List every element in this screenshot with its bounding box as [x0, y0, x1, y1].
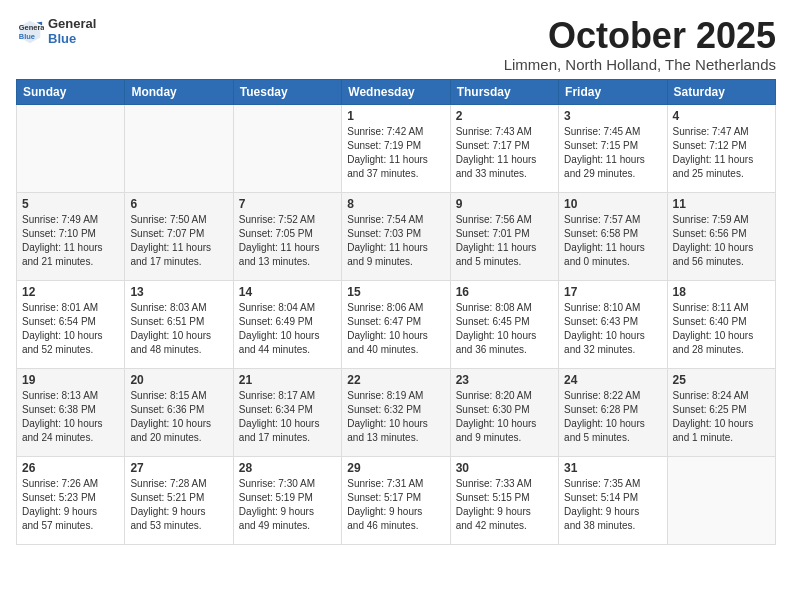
- day-number: 22: [347, 373, 444, 387]
- day-cell: 9Sunrise: 7:56 AM Sunset: 7:01 PM Daylig…: [450, 192, 558, 280]
- day-number: 6: [130, 197, 227, 211]
- day-number: 12: [22, 285, 119, 299]
- day-info: Sunrise: 8:19 AM Sunset: 6:32 PM Dayligh…: [347, 389, 444, 445]
- day-cell: 22Sunrise: 8:19 AM Sunset: 6:32 PM Dayli…: [342, 368, 450, 456]
- day-number: 28: [239, 461, 336, 475]
- day-number: 9: [456, 197, 553, 211]
- day-number: 1: [347, 109, 444, 123]
- day-number: 17: [564, 285, 661, 299]
- day-cell: 25Sunrise: 8:24 AM Sunset: 6:25 PM Dayli…: [667, 368, 775, 456]
- day-cell: 31Sunrise: 7:35 AM Sunset: 5:14 PM Dayli…: [559, 456, 667, 544]
- svg-text:Blue: Blue: [19, 32, 35, 41]
- day-number: 31: [564, 461, 661, 475]
- day-cell: 10Sunrise: 7:57 AM Sunset: 6:58 PM Dayli…: [559, 192, 667, 280]
- logo-icon: General Blue: [16, 17, 44, 45]
- day-cell: 14Sunrise: 8:04 AM Sunset: 6:49 PM Dayli…: [233, 280, 341, 368]
- day-info: Sunrise: 8:08 AM Sunset: 6:45 PM Dayligh…: [456, 301, 553, 357]
- day-number: 16: [456, 285, 553, 299]
- column-header-tuesday: Tuesday: [233, 79, 341, 104]
- day-cell: [17, 104, 125, 192]
- week-row-1: 1Sunrise: 7:42 AM Sunset: 7:19 PM Daylig…: [17, 104, 776, 192]
- day-info: Sunrise: 7:56 AM Sunset: 7:01 PM Dayligh…: [456, 213, 553, 269]
- day-number: 13: [130, 285, 227, 299]
- day-number: 5: [22, 197, 119, 211]
- day-info: Sunrise: 8:15 AM Sunset: 6:36 PM Dayligh…: [130, 389, 227, 445]
- day-number: 29: [347, 461, 444, 475]
- day-cell: 5Sunrise: 7:49 AM Sunset: 7:10 PM Daylig…: [17, 192, 125, 280]
- day-cell: 12Sunrise: 8:01 AM Sunset: 6:54 PM Dayli…: [17, 280, 125, 368]
- day-cell: 15Sunrise: 8:06 AM Sunset: 6:47 PM Dayli…: [342, 280, 450, 368]
- week-row-2: 5Sunrise: 7:49 AM Sunset: 7:10 PM Daylig…: [17, 192, 776, 280]
- day-cell: 27Sunrise: 7:28 AM Sunset: 5:21 PM Dayli…: [125, 456, 233, 544]
- day-cell: [125, 104, 233, 192]
- day-cell: 20Sunrise: 8:15 AM Sunset: 6:36 PM Dayli…: [125, 368, 233, 456]
- day-info: Sunrise: 7:35 AM Sunset: 5:14 PM Dayligh…: [564, 477, 661, 533]
- column-header-saturday: Saturday: [667, 79, 775, 104]
- month-title: October 2025: [504, 16, 776, 56]
- logo-blue-text: Blue: [48, 31, 96, 46]
- day-number: 3: [564, 109, 661, 123]
- day-number: 8: [347, 197, 444, 211]
- day-cell: 16Sunrise: 8:08 AM Sunset: 6:45 PM Dayli…: [450, 280, 558, 368]
- day-cell: 29Sunrise: 7:31 AM Sunset: 5:17 PM Dayli…: [342, 456, 450, 544]
- day-info: Sunrise: 7:50 AM Sunset: 7:07 PM Dayligh…: [130, 213, 227, 269]
- calendar-table: SundayMondayTuesdayWednesdayThursdayFrid…: [16, 79, 776, 545]
- day-cell: 2Sunrise: 7:43 AM Sunset: 7:17 PM Daylig…: [450, 104, 558, 192]
- logo: General Blue General Blue: [16, 16, 96, 46]
- logo-general-text: General: [48, 16, 96, 31]
- day-number: 2: [456, 109, 553, 123]
- day-info: Sunrise: 7:57 AM Sunset: 6:58 PM Dayligh…: [564, 213, 661, 269]
- day-cell: [233, 104, 341, 192]
- day-info: Sunrise: 7:31 AM Sunset: 5:17 PM Dayligh…: [347, 477, 444, 533]
- day-info: Sunrise: 7:47 AM Sunset: 7:12 PM Dayligh…: [673, 125, 770, 181]
- day-info: Sunrise: 7:26 AM Sunset: 5:23 PM Dayligh…: [22, 477, 119, 533]
- day-info: Sunrise: 8:10 AM Sunset: 6:43 PM Dayligh…: [564, 301, 661, 357]
- day-number: 25: [673, 373, 770, 387]
- day-number: 14: [239, 285, 336, 299]
- day-cell: 7Sunrise: 7:52 AM Sunset: 7:05 PM Daylig…: [233, 192, 341, 280]
- day-info: Sunrise: 8:06 AM Sunset: 6:47 PM Dayligh…: [347, 301, 444, 357]
- day-info: Sunrise: 8:20 AM Sunset: 6:30 PM Dayligh…: [456, 389, 553, 445]
- title-section: October 2025 Limmen, North Holland, The …: [504, 16, 776, 73]
- day-info: Sunrise: 7:45 AM Sunset: 7:15 PM Dayligh…: [564, 125, 661, 181]
- day-info: Sunrise: 8:03 AM Sunset: 6:51 PM Dayligh…: [130, 301, 227, 357]
- day-number: 23: [456, 373, 553, 387]
- day-number: 4: [673, 109, 770, 123]
- day-cell: 13Sunrise: 8:03 AM Sunset: 6:51 PM Dayli…: [125, 280, 233, 368]
- day-cell: 21Sunrise: 8:17 AM Sunset: 6:34 PM Dayli…: [233, 368, 341, 456]
- day-cell: 23Sunrise: 8:20 AM Sunset: 6:30 PM Dayli…: [450, 368, 558, 456]
- location-text: Limmen, North Holland, The Netherlands: [504, 56, 776, 73]
- day-cell: 18Sunrise: 8:11 AM Sunset: 6:40 PM Dayli…: [667, 280, 775, 368]
- day-cell: 19Sunrise: 8:13 AM Sunset: 6:38 PM Dayli…: [17, 368, 125, 456]
- day-info: Sunrise: 8:17 AM Sunset: 6:34 PM Dayligh…: [239, 389, 336, 445]
- column-header-monday: Monday: [125, 79, 233, 104]
- day-number: 30: [456, 461, 553, 475]
- day-cell: 3Sunrise: 7:45 AM Sunset: 7:15 PM Daylig…: [559, 104, 667, 192]
- day-info: Sunrise: 7:52 AM Sunset: 7:05 PM Dayligh…: [239, 213, 336, 269]
- day-number: 15: [347, 285, 444, 299]
- day-info: Sunrise: 8:01 AM Sunset: 6:54 PM Dayligh…: [22, 301, 119, 357]
- day-cell: 24Sunrise: 8:22 AM Sunset: 6:28 PM Dayli…: [559, 368, 667, 456]
- column-header-friday: Friday: [559, 79, 667, 104]
- day-cell: 28Sunrise: 7:30 AM Sunset: 5:19 PM Dayli…: [233, 456, 341, 544]
- week-row-5: 26Sunrise: 7:26 AM Sunset: 5:23 PM Dayli…: [17, 456, 776, 544]
- day-number: 26: [22, 461, 119, 475]
- day-info: Sunrise: 8:22 AM Sunset: 6:28 PM Dayligh…: [564, 389, 661, 445]
- day-info: Sunrise: 7:59 AM Sunset: 6:56 PM Dayligh…: [673, 213, 770, 269]
- day-number: 10: [564, 197, 661, 211]
- day-cell: 1Sunrise: 7:42 AM Sunset: 7:19 PM Daylig…: [342, 104, 450, 192]
- week-row-4: 19Sunrise: 8:13 AM Sunset: 6:38 PM Dayli…: [17, 368, 776, 456]
- day-info: Sunrise: 7:42 AM Sunset: 7:19 PM Dayligh…: [347, 125, 444, 181]
- day-info: Sunrise: 7:28 AM Sunset: 5:21 PM Dayligh…: [130, 477, 227, 533]
- day-info: Sunrise: 7:33 AM Sunset: 5:15 PM Dayligh…: [456, 477, 553, 533]
- day-number: 20: [130, 373, 227, 387]
- day-cell: [667, 456, 775, 544]
- day-info: Sunrise: 8:24 AM Sunset: 6:25 PM Dayligh…: [673, 389, 770, 445]
- column-header-thursday: Thursday: [450, 79, 558, 104]
- day-cell: 11Sunrise: 7:59 AM Sunset: 6:56 PM Dayli…: [667, 192, 775, 280]
- day-info: Sunrise: 7:30 AM Sunset: 5:19 PM Dayligh…: [239, 477, 336, 533]
- day-info: Sunrise: 8:13 AM Sunset: 6:38 PM Dayligh…: [22, 389, 119, 445]
- day-info: Sunrise: 7:54 AM Sunset: 7:03 PM Dayligh…: [347, 213, 444, 269]
- week-row-3: 12Sunrise: 8:01 AM Sunset: 6:54 PM Dayli…: [17, 280, 776, 368]
- day-cell: 30Sunrise: 7:33 AM Sunset: 5:15 PM Dayli…: [450, 456, 558, 544]
